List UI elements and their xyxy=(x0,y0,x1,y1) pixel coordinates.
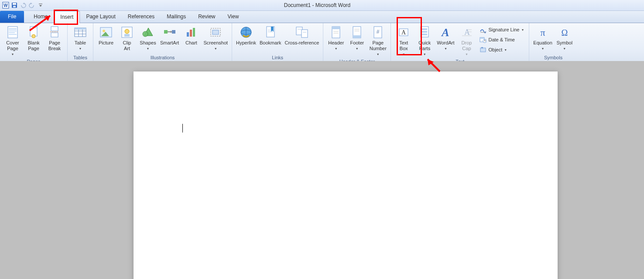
tab-page-layout[interactable]: Page Layout xyxy=(80,11,121,23)
quick-parts-button[interactable]: QuickParts▼ xyxy=(414,24,435,58)
chevron-down-icon: ▼ xyxy=(11,51,14,57)
svg-text:#: # xyxy=(377,29,380,35)
tab-insert[interactable]: Insert xyxy=(54,11,80,23)
svg-rect-29 xyxy=(172,30,175,34)
equation-icon: π xyxy=(536,25,550,39)
chevron-down-icon: ▼ xyxy=(147,46,150,51)
symbol-button[interactable]: Ω Symbol▼ xyxy=(555,24,575,54)
title-bar: W Document1 - Microsoft Word xyxy=(0,0,644,11)
chevron-down-icon: ▼ xyxy=(563,46,566,51)
tab-view[interactable]: View xyxy=(222,11,245,23)
shapes-button[interactable]: Shapes▼ xyxy=(138,24,158,54)
header-button[interactable]: Header▼ xyxy=(326,24,346,54)
chevron-down-icon: ▼ xyxy=(423,51,426,57)
svg-rect-73 xyxy=(481,47,483,48)
wordart-label: WordArt xyxy=(437,40,454,46)
smartart-button[interactable]: SmartArt xyxy=(159,24,180,54)
footer-label: Footer xyxy=(350,40,364,46)
drop-cap-icon: A xyxy=(459,25,473,39)
ribbon: CoverPage▼ BlankPage PageBreak Pages Tab… xyxy=(0,23,644,61)
group-text: A TextBox▼ QuickParts▼ A WordArt▼ A Drop… xyxy=(391,23,529,61)
drop-cap-label: DropCap xyxy=(462,40,472,51)
tab-home[interactable]: Home xyxy=(27,11,54,23)
text-box-icon: A xyxy=(397,25,411,39)
equation-button[interactable]: π Equation▼ xyxy=(532,24,553,54)
chart-label: Chart xyxy=(185,40,197,46)
chevron-down-icon: ▼ xyxy=(214,46,217,51)
shapes-label: Shapes xyxy=(140,40,156,46)
page-break-label: PageBreak xyxy=(48,40,61,51)
chevron-down-icon: ▼ xyxy=(465,51,468,57)
text-box-label: TextBox xyxy=(399,40,408,51)
svg-rect-28 xyxy=(164,30,168,34)
picture-label: Picture xyxy=(99,40,113,46)
svg-rect-31 xyxy=(190,30,192,37)
blank-page-icon xyxy=(27,25,41,39)
chevron-down-icon: ▼ xyxy=(402,51,405,57)
table-button[interactable]: Table▼ xyxy=(70,24,90,54)
footer-button[interactable]: Footer▼ xyxy=(347,24,367,54)
page-break-icon xyxy=(48,25,62,39)
svg-point-25 xyxy=(125,29,129,34)
text-box-button[interactable]: A TextBox▼ xyxy=(394,24,414,58)
chevron-down-icon: ▼ xyxy=(504,48,507,51)
clip-art-button[interactable]: ClipArt xyxy=(117,24,137,54)
svg-rect-10 xyxy=(9,34,17,35)
hyperlink-icon xyxy=(239,25,253,39)
document-area[interactable] xyxy=(0,61,644,279)
svg-rect-26 xyxy=(124,34,130,37)
chevron-down-icon: ▼ xyxy=(521,28,524,31)
svg-rect-21 xyxy=(75,28,86,30)
cross-reference-button[interactable]: Cross-reference xyxy=(283,24,320,54)
ribbon-tabs: File Home Insert Page Layout References … xyxy=(0,11,644,23)
smartart-label: SmartArt xyxy=(160,40,179,46)
svg-rect-46 xyxy=(332,27,340,29)
chevron-down-icon: ▼ xyxy=(377,51,380,57)
picture-button[interactable]: Picture xyxy=(96,24,116,54)
tab-review[interactable]: Review xyxy=(192,11,221,23)
svg-text:Ω: Ω xyxy=(561,28,568,37)
file-tab[interactable]: File xyxy=(0,11,24,23)
chevron-down-icon: ▼ xyxy=(335,46,338,51)
svg-rect-14 xyxy=(51,33,58,37)
shapes-icon xyxy=(141,25,155,39)
object-button[interactable]: Object ▼ xyxy=(477,45,526,54)
blank-page-button[interactable]: BlankPage xyxy=(24,24,44,54)
screenshot-button[interactable]: Screenshot▼ xyxy=(202,24,229,54)
blank-page-label: BlankPage xyxy=(27,40,40,51)
page-break-button[interactable]: PageBreak xyxy=(45,24,65,54)
chart-icon xyxy=(184,25,198,39)
document-page[interactable] xyxy=(134,71,558,279)
footer-icon xyxy=(350,25,364,39)
svg-rect-9 xyxy=(9,32,15,33)
tab-mailings[interactable]: Mailings xyxy=(161,11,192,23)
group-symbols: π Equation▼ Ω Symbol▼ Symbols xyxy=(529,23,577,61)
symbol-label: Symbol xyxy=(556,40,572,46)
tab-references[interactable]: References xyxy=(122,11,161,23)
hyperlink-button[interactable]: Hyperlink xyxy=(235,24,257,54)
svg-rect-58 xyxy=(422,28,427,30)
page-number-icon: # xyxy=(371,25,385,39)
smartart-icon xyxy=(163,25,177,39)
redo-icon[interactable] xyxy=(28,1,36,9)
bookmark-button[interactable]: Bookmark xyxy=(258,24,283,54)
chevron-down-icon: ▼ xyxy=(356,46,359,51)
cover-page-button[interactable]: CoverPage▼ xyxy=(3,24,23,58)
svg-point-27 xyxy=(143,31,148,37)
svg-rect-32 xyxy=(193,28,195,37)
undo-icon[interactable] xyxy=(19,1,27,9)
quick-parts-icon xyxy=(418,25,432,39)
object-label: Object xyxy=(488,47,502,52)
drop-cap-button[interactable]: A DropCap▼ xyxy=(456,24,476,58)
chevron-down-icon: ▼ xyxy=(79,46,82,51)
wordart-icon: A xyxy=(438,25,452,39)
svg-rect-68 xyxy=(480,37,484,39)
wordart-button[interactable]: A WordArt▼ xyxy=(435,24,456,54)
date-time-button[interactable]: Date & Time xyxy=(477,35,526,44)
signature-line-label: Signature Line xyxy=(488,27,519,32)
chart-button[interactable]: Chart xyxy=(181,24,201,54)
text-side-column: Signature Line ▼ Date & Time Object ▼ xyxy=(477,24,526,55)
page-number-button[interactable]: # PageNumber▼ xyxy=(368,24,388,58)
clip-art-icon xyxy=(120,25,134,39)
signature-line-button[interactable]: Signature Line ▼ xyxy=(477,25,526,34)
